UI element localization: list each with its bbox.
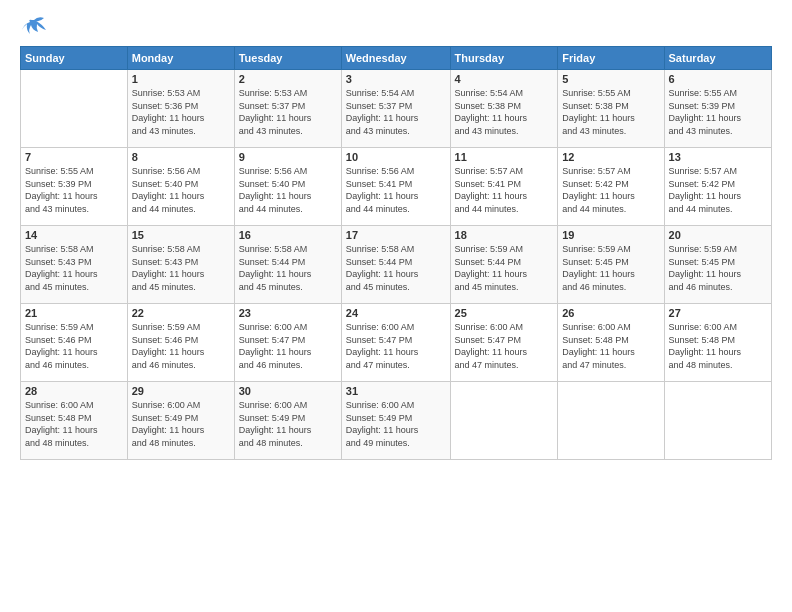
day-number: 27 bbox=[669, 307, 767, 319]
day-number: 7 bbox=[25, 151, 123, 163]
calendar-cell: 18Sunrise: 5:59 AMSunset: 5:44 PMDayligh… bbox=[450, 226, 558, 304]
calendar-cell: 21Sunrise: 5:59 AMSunset: 5:46 PMDayligh… bbox=[21, 304, 128, 382]
calendar-cell: 29Sunrise: 6:00 AMSunset: 5:49 PMDayligh… bbox=[127, 382, 234, 460]
day-info: Sunrise: 5:56 AMSunset: 5:40 PMDaylight:… bbox=[239, 165, 337, 215]
day-number: 10 bbox=[346, 151, 446, 163]
day-number: 5 bbox=[562, 73, 659, 85]
day-info: Sunrise: 5:57 AMSunset: 5:42 PMDaylight:… bbox=[669, 165, 767, 215]
day-info: Sunrise: 6:00 AMSunset: 5:48 PMDaylight:… bbox=[669, 321, 767, 371]
col-header-thursday: Thursday bbox=[450, 47, 558, 70]
calendar-table: SundayMondayTuesdayWednesdayThursdayFrid… bbox=[20, 46, 772, 460]
calendar-cell: 20Sunrise: 5:59 AMSunset: 5:45 PMDayligh… bbox=[664, 226, 771, 304]
day-info: Sunrise: 5:59 AMSunset: 5:44 PMDaylight:… bbox=[455, 243, 554, 293]
day-number: 9 bbox=[239, 151, 337, 163]
day-info: Sunrise: 5:58 AMSunset: 5:43 PMDaylight:… bbox=[25, 243, 123, 293]
day-info: Sunrise: 6:00 AMSunset: 5:48 PMDaylight:… bbox=[25, 399, 123, 449]
day-info: Sunrise: 6:00 AMSunset: 5:49 PMDaylight:… bbox=[239, 399, 337, 449]
calendar-cell: 17Sunrise: 5:58 AMSunset: 5:44 PMDayligh… bbox=[341, 226, 450, 304]
calendar-cell: 16Sunrise: 5:58 AMSunset: 5:44 PMDayligh… bbox=[234, 226, 341, 304]
day-number: 15 bbox=[132, 229, 230, 241]
col-header-sunday: Sunday bbox=[21, 47, 128, 70]
day-number: 3 bbox=[346, 73, 446, 85]
day-info: Sunrise: 5:59 AMSunset: 5:46 PMDaylight:… bbox=[132, 321, 230, 371]
calendar-cell: 26Sunrise: 6:00 AMSunset: 5:48 PMDayligh… bbox=[558, 304, 664, 382]
day-info: Sunrise: 5:54 AMSunset: 5:37 PMDaylight:… bbox=[346, 87, 446, 137]
calendar-cell: 23Sunrise: 6:00 AMSunset: 5:47 PMDayligh… bbox=[234, 304, 341, 382]
day-info: Sunrise: 5:53 AMSunset: 5:37 PMDaylight:… bbox=[239, 87, 337, 137]
calendar-cell: 3Sunrise: 5:54 AMSunset: 5:37 PMDaylight… bbox=[341, 70, 450, 148]
day-number: 29 bbox=[132, 385, 230, 397]
day-number: 1 bbox=[132, 73, 230, 85]
calendar-cell: 19Sunrise: 5:59 AMSunset: 5:45 PMDayligh… bbox=[558, 226, 664, 304]
day-info: Sunrise: 5:58 AMSunset: 5:44 PMDaylight:… bbox=[346, 243, 446, 293]
calendar-cell: 14Sunrise: 5:58 AMSunset: 5:43 PMDayligh… bbox=[21, 226, 128, 304]
day-number: 21 bbox=[25, 307, 123, 319]
calendar-cell: 5Sunrise: 5:55 AMSunset: 5:38 PMDaylight… bbox=[558, 70, 664, 148]
day-number: 18 bbox=[455, 229, 554, 241]
calendar-cell: 11Sunrise: 5:57 AMSunset: 5:41 PMDayligh… bbox=[450, 148, 558, 226]
day-info: Sunrise: 5:57 AMSunset: 5:41 PMDaylight:… bbox=[455, 165, 554, 215]
day-info: Sunrise: 6:00 AMSunset: 5:47 PMDaylight:… bbox=[346, 321, 446, 371]
day-number: 31 bbox=[346, 385, 446, 397]
calendar-cell: 22Sunrise: 5:59 AMSunset: 5:46 PMDayligh… bbox=[127, 304, 234, 382]
calendar-cell: 12Sunrise: 5:57 AMSunset: 5:42 PMDayligh… bbox=[558, 148, 664, 226]
calendar-cell bbox=[664, 382, 771, 460]
calendar-cell: 2Sunrise: 5:53 AMSunset: 5:37 PMDaylight… bbox=[234, 70, 341, 148]
col-header-monday: Monday bbox=[127, 47, 234, 70]
calendar-cell: 28Sunrise: 6:00 AMSunset: 5:48 PMDayligh… bbox=[21, 382, 128, 460]
day-info: Sunrise: 6:00 AMSunset: 5:47 PMDaylight:… bbox=[239, 321, 337, 371]
day-number: 25 bbox=[455, 307, 554, 319]
day-info: Sunrise: 6:00 AMSunset: 5:47 PMDaylight:… bbox=[455, 321, 554, 371]
day-number: 23 bbox=[239, 307, 337, 319]
day-info: Sunrise: 5:58 AMSunset: 5:44 PMDaylight:… bbox=[239, 243, 337, 293]
calendar-cell: 1Sunrise: 5:53 AMSunset: 5:36 PMDaylight… bbox=[127, 70, 234, 148]
day-number: 13 bbox=[669, 151, 767, 163]
day-info: Sunrise: 5:56 AMSunset: 5:40 PMDaylight:… bbox=[132, 165, 230, 215]
day-number: 6 bbox=[669, 73, 767, 85]
day-number: 11 bbox=[455, 151, 554, 163]
calendar-cell: 27Sunrise: 6:00 AMSunset: 5:48 PMDayligh… bbox=[664, 304, 771, 382]
day-number: 8 bbox=[132, 151, 230, 163]
day-info: Sunrise: 5:59 AMSunset: 5:46 PMDaylight:… bbox=[25, 321, 123, 371]
calendar-cell: 9Sunrise: 5:56 AMSunset: 5:40 PMDaylight… bbox=[234, 148, 341, 226]
day-info: Sunrise: 5:55 AMSunset: 5:38 PMDaylight:… bbox=[562, 87, 659, 137]
calendar-cell: 7Sunrise: 5:55 AMSunset: 5:39 PMDaylight… bbox=[21, 148, 128, 226]
day-info: Sunrise: 5:58 AMSunset: 5:43 PMDaylight:… bbox=[132, 243, 230, 293]
calendar-cell bbox=[450, 382, 558, 460]
day-info: Sunrise: 6:00 AMSunset: 5:49 PMDaylight:… bbox=[346, 399, 446, 449]
calendar-cell: 10Sunrise: 5:56 AMSunset: 5:41 PMDayligh… bbox=[341, 148, 450, 226]
day-info: Sunrise: 5:56 AMSunset: 5:41 PMDaylight:… bbox=[346, 165, 446, 215]
calendar-cell: 31Sunrise: 6:00 AMSunset: 5:49 PMDayligh… bbox=[341, 382, 450, 460]
day-info: Sunrise: 5:55 AMSunset: 5:39 PMDaylight:… bbox=[25, 165, 123, 215]
day-info: Sunrise: 6:00 AMSunset: 5:48 PMDaylight:… bbox=[562, 321, 659, 371]
day-info: Sunrise: 5:54 AMSunset: 5:38 PMDaylight:… bbox=[455, 87, 554, 137]
day-number: 12 bbox=[562, 151, 659, 163]
col-header-tuesday: Tuesday bbox=[234, 47, 341, 70]
calendar-cell: 4Sunrise: 5:54 AMSunset: 5:38 PMDaylight… bbox=[450, 70, 558, 148]
calendar-cell: 15Sunrise: 5:58 AMSunset: 5:43 PMDayligh… bbox=[127, 226, 234, 304]
day-number: 30 bbox=[239, 385, 337, 397]
calendar-cell bbox=[21, 70, 128, 148]
day-number: 14 bbox=[25, 229, 123, 241]
day-number: 16 bbox=[239, 229, 337, 241]
col-header-friday: Friday bbox=[558, 47, 664, 70]
day-number: 22 bbox=[132, 307, 230, 319]
calendar-cell: 6Sunrise: 5:55 AMSunset: 5:39 PMDaylight… bbox=[664, 70, 771, 148]
day-info: Sunrise: 5:55 AMSunset: 5:39 PMDaylight:… bbox=[669, 87, 767, 137]
col-header-wednesday: Wednesday bbox=[341, 47, 450, 70]
calendar-cell bbox=[558, 382, 664, 460]
day-number: 17 bbox=[346, 229, 446, 241]
day-number: 19 bbox=[562, 229, 659, 241]
day-number: 4 bbox=[455, 73, 554, 85]
day-info: Sunrise: 5:59 AMSunset: 5:45 PMDaylight:… bbox=[669, 243, 767, 293]
calendar-cell: 25Sunrise: 6:00 AMSunset: 5:47 PMDayligh… bbox=[450, 304, 558, 382]
calendar-cell: 8Sunrise: 5:56 AMSunset: 5:40 PMDaylight… bbox=[127, 148, 234, 226]
calendar-cell: 30Sunrise: 6:00 AMSunset: 5:49 PMDayligh… bbox=[234, 382, 341, 460]
day-number: 20 bbox=[669, 229, 767, 241]
day-number: 24 bbox=[346, 307, 446, 319]
day-number: 26 bbox=[562, 307, 659, 319]
calendar-cell: 13Sunrise: 5:57 AMSunset: 5:42 PMDayligh… bbox=[664, 148, 771, 226]
day-info: Sunrise: 6:00 AMSunset: 5:49 PMDaylight:… bbox=[132, 399, 230, 449]
day-number: 28 bbox=[25, 385, 123, 397]
day-info: Sunrise: 5:57 AMSunset: 5:42 PMDaylight:… bbox=[562, 165, 659, 215]
